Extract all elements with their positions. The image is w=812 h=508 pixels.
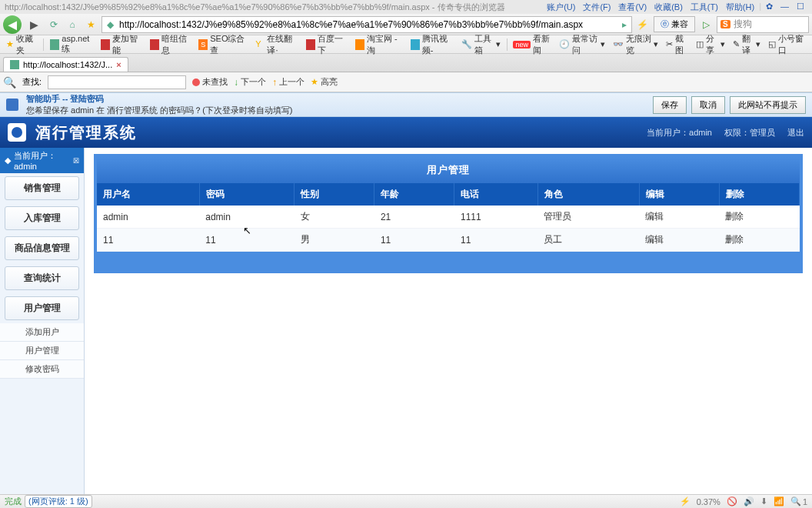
- broadcast-icon[interactable]: 📶: [774, 496, 784, 506]
- compat-button[interactable]: ⓔ 兼容: [654, 16, 695, 32]
- small-window-button[interactable]: ◱小号窗口: [765, 33, 809, 56]
- cell-user: admin: [97, 206, 199, 229]
- bookmark-item[interactable]: SSEO综合查: [195, 33, 251, 56]
- min-icon[interactable]: —: [777, 2, 792, 13]
- site-icon: ◆: [102, 19, 118, 30]
- most-visited-button[interactable]: 🕘最常访问▾: [556, 33, 608, 56]
- window-menu: 账户(U) 文件(F) 查看(V) 收藏(B) 工具(T) 帮助(H) | ✿ …: [544, 2, 807, 13]
- role-label: 权限：管理员: [724, 127, 775, 139]
- share-button[interactable]: ◫分享▾: [693, 33, 727, 56]
- status-done: 完成: [5, 496, 22, 507]
- screenshot-button[interactable]: ✂截图: [663, 33, 691, 56]
- cancel-button[interactable]: 取消: [691, 96, 725, 114]
- play-icon[interactable]: ▷: [698, 17, 714, 32]
- save-button[interactable]: 保存: [653, 96, 687, 114]
- search-placeholder: 搜狗: [734, 18, 752, 31]
- bookmark-item[interactable]: 百度一下: [303, 33, 350, 56]
- address-input[interactable]: [118, 19, 617, 30]
- menu-favorites[interactable]: 收藏(B): [651, 2, 686, 13]
- toolbox-button[interactable]: 🔧工具箱▾: [458, 33, 503, 56]
- status-bar: 完成 (网页评级: 1 级) ⚡ 0.37% 🚫 🔊 ⬇ 📶 🔍 1: [0, 494, 812, 508]
- cell-age: 11: [374, 229, 454, 252]
- sidebar-item-products[interactable]: 商品信息管理: [5, 236, 79, 260]
- app-title: 酒行管理系统: [35, 122, 137, 143]
- pw-title: 智能助手 -- 登陆密码: [26, 93, 293, 105]
- cell-role: 管理员: [537, 206, 639, 229]
- reload-icon[interactable]: ⟳: [46, 17, 62, 32]
- addr-right-tools: ⚡ ⓔ 兼容 ▷ S 搜狗: [635, 16, 809, 33]
- sidebar-sub-user-mgmt[interactable]: 用户管理: [0, 342, 84, 360]
- sidebar-item-inbound[interactable]: 入库管理: [5, 206, 79, 230]
- find-label: 查找:: [22, 76, 42, 88]
- search-box[interactable]: S 搜狗: [717, 16, 809, 33]
- block-icon[interactable]: 🚫: [727, 496, 737, 506]
- translate-button[interactable]: ✎翻译▾: [730, 33, 764, 56]
- back-button[interactable]: ◀: [3, 15, 22, 34]
- search-icon: 🔍: [3, 76, 16, 89]
- content-area: 用户管理 用户名 密码 性别 年龄 电话 角色 编辑 删除: [85, 148, 812, 494]
- tab-close-icon[interactable]: ×: [116, 60, 121, 69]
- fav-star-icon[interactable]: ★: [83, 17, 98, 32]
- menu-help[interactable]: 帮助(H): [723, 2, 757, 13]
- app-logo: [8, 123, 26, 142]
- menu-file[interactable]: 文件(F): [580, 2, 614, 13]
- flash-icon[interactable]: ⚡: [635, 17, 651, 32]
- tab-favicon: [10, 60, 19, 69]
- edit-link[interactable]: 编辑: [645, 234, 664, 245]
- zoom-icon[interactable]: 🔍 1: [790, 496, 807, 506]
- th-tel: 电话: [454, 183, 537, 206]
- table-row: 11 11 男 11 11 员工 编辑 删除: [97, 229, 800, 252]
- find-highlight[interactable]: ★高亮: [311, 76, 338, 88]
- th-age: 年龄: [374, 183, 454, 206]
- bookmark-item[interactable]: Y在线翻译·: [252, 33, 301, 56]
- sidebar-user[interactable]: ◆ 当前用户：admin ☒: [0, 148, 84, 173]
- bookmark-item[interactable]: 淘宝网 - 淘: [352, 33, 406, 56]
- skin-icon[interactable]: ✿: [763, 2, 776, 13]
- speed-text: 0.37%: [697, 497, 720, 506]
- sidebar-sub-add-user[interactable]: 添加用户: [0, 323, 84, 342]
- find-not-found[interactable]: 未查找: [192, 76, 228, 88]
- tab-active[interactable]: http://localhost:1432/J... ×: [3, 57, 128, 72]
- bookmarks-bar: ★收藏夹 asp.net练 麦加智能 暗组信息 SSEO综合查 Y在线翻译· 百…: [0, 35, 812, 54]
- favorites-button[interactable]: ★收藏夹: [3, 33, 40, 56]
- find-next[interactable]: ↓下一个: [234, 76, 266, 88]
- window-title-bar: http://localhost:1432/J%e9%85%92%e8%a1%8…: [0, 0, 812, 14]
- th-username: 用户名: [97, 183, 199, 206]
- bookmark-item[interactable]: 暗组信息: [147, 33, 194, 56]
- sound-icon[interactable]: 🔊: [744, 496, 754, 506]
- sidebar-item-sales[interactable]: 销售管理: [5, 176, 79, 200]
- user-panel: 用户管理 用户名 密码 性别 年龄 电话 角色 编辑 删除: [94, 154, 803, 273]
- news-button[interactable]: new看新闻: [510, 33, 554, 56]
- max-icon[interactable]: ☐: [794, 2, 807, 13]
- never-button[interactable]: 此网站不再提示: [730, 96, 806, 114]
- download-icon[interactable]: ⬇: [760, 496, 767, 506]
- forward-button[interactable]: ▶: [25, 15, 43, 34]
- page-rating[interactable]: (网页评级: 1 级): [25, 495, 92, 508]
- sidebar-item-stats[interactable]: 查询统计: [5, 266, 79, 290]
- find-prev[interactable]: ↑上一个: [272, 76, 304, 88]
- incognito-button[interactable]: 👓无痕浏览▾: [610, 33, 662, 56]
- sogou-icon: S: [720, 20, 730, 28]
- cell-sex: 男: [295, 229, 374, 252]
- menu-view[interactable]: 查看(V): [615, 2, 650, 13]
- bookmark-item[interactable]: 腾讯视频-: [408, 33, 458, 56]
- collapse-icon[interactable]: ☒: [73, 157, 79, 165]
- sidebar-item-users[interactable]: 用户管理: [5, 296, 79, 320]
- home-icon[interactable]: ⌂: [65, 17, 80, 32]
- pw-message: 您希望保存 admin 在 酒行管理系统 的密码吗？(下次登录时将自动填写): [26, 105, 293, 115]
- edit-link[interactable]: 编辑: [645, 211, 664, 222]
- find-bar: 🔍 查找: 未查找 ↓下一个 ↑上一个 ★高亮: [0, 72, 812, 92]
- bookmark-item[interactable]: 麦加智能: [98, 33, 145, 56]
- delete-link[interactable]: 删除: [725, 234, 744, 245]
- go-icon[interactable]: ▸: [617, 19, 631, 30]
- cell-pwd: admin: [199, 206, 295, 229]
- find-input[interactable]: [48, 75, 186, 89]
- menu-account[interactable]: 账户(U): [544, 2, 578, 13]
- delete-link[interactable]: 删除: [725, 211, 744, 222]
- main-layout: ◆ 当前用户：admin ☒ 销售管理 入库管理 商品信息管理 查询统计 用户管…: [0, 148, 812, 494]
- menu-tools[interactable]: 工具(T): [687, 2, 721, 13]
- sidebar-sub-change-pw[interactable]: 修改密码: [0, 360, 84, 379]
- lightning-icon[interactable]: ⚡: [680, 496, 691, 506]
- exit-link[interactable]: 退出: [787, 127, 804, 139]
- bookmark-item[interactable]: asp.net练: [47, 34, 96, 55]
